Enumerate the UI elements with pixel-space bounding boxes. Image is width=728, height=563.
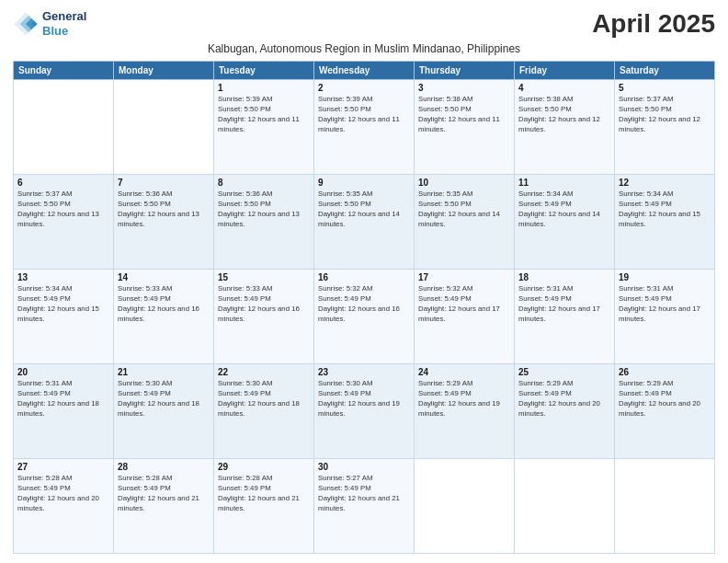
day-cell: 22Sunrise: 5:30 AM Sunset: 5:49 PM Dayli… xyxy=(214,364,314,459)
col-tuesday: Tuesday xyxy=(214,62,314,80)
day-number: 5 xyxy=(619,83,711,93)
day-number: 11 xyxy=(518,178,610,188)
day-info: Sunrise: 5:37 AM Sunset: 5:50 PM Dayligh… xyxy=(17,190,109,230)
day-number: 25 xyxy=(518,367,610,377)
day-info: Sunrise: 5:39 AM Sunset: 5:50 PM Dayligh… xyxy=(218,95,310,135)
day-number: 3 xyxy=(418,83,510,93)
day-info: Sunrise: 5:32 AM Sunset: 5:49 PM Dayligh… xyxy=(418,284,510,325)
day-cell: 24Sunrise: 5:29 AM Sunset: 5:49 PM Dayli… xyxy=(415,364,515,459)
day-cell: 7Sunrise: 5:36 AM Sunset: 5:50 PM Daylig… xyxy=(114,175,214,270)
day-cell: 16Sunrise: 5:32 AM Sunset: 5:49 PM Dayli… xyxy=(314,270,415,364)
day-info: Sunrise: 5:38 AM Sunset: 5:50 PM Dayligh… xyxy=(418,95,510,135)
day-info: Sunrise: 5:29 AM Sunset: 5:49 PM Dayligh… xyxy=(418,379,510,419)
day-number: 28 xyxy=(118,462,210,472)
week-row-2: 13Sunrise: 5:34 AM Sunset: 5:49 PM Dayli… xyxy=(14,270,715,364)
day-cell: 30Sunrise: 5:27 AM Sunset: 5:49 PM Dayli… xyxy=(314,459,415,554)
day-info: Sunrise: 5:37 AM Sunset: 5:50 PM Dayligh… xyxy=(619,95,711,135)
day-info: Sunrise: 5:39 AM Sunset: 5:50 PM Dayligh… xyxy=(318,95,410,135)
day-number: 16 xyxy=(318,272,410,282)
day-number: 19 xyxy=(619,272,711,282)
day-cell: 5Sunrise: 5:37 AM Sunset: 5:50 PM Daylig… xyxy=(615,80,715,175)
day-number: 4 xyxy=(518,83,610,93)
day-info: Sunrise: 5:34 AM Sunset: 5:49 PM Dayligh… xyxy=(17,284,109,325)
day-info: Sunrise: 5:36 AM Sunset: 5:50 PM Dayligh… xyxy=(118,190,210,230)
day-number: 9 xyxy=(318,178,410,188)
day-info: Sunrise: 5:28 AM Sunset: 5:49 PM Dayligh… xyxy=(218,474,310,514)
day-number: 30 xyxy=(318,462,410,472)
day-number: 13 xyxy=(17,272,109,282)
day-cell: 29Sunrise: 5:28 AM Sunset: 5:49 PM Dayli… xyxy=(214,459,314,554)
day-cell: 19Sunrise: 5:31 AM Sunset: 5:49 PM Dayli… xyxy=(615,270,715,364)
day-info: Sunrise: 5:29 AM Sunset: 5:49 PM Dayligh… xyxy=(518,379,610,419)
day-info: Sunrise: 5:35 AM Sunset: 5:50 PM Dayligh… xyxy=(318,190,410,230)
header-row: Sunday Monday Tuesday Wednesday Thursday… xyxy=(14,62,715,80)
header: General Blue April 2025 xyxy=(13,9,715,39)
day-info: Sunrise: 5:33 AM Sunset: 5:49 PM Dayligh… xyxy=(118,284,210,325)
day-number: 15 xyxy=(218,272,310,282)
day-cell xyxy=(14,80,114,175)
day-info: Sunrise: 5:29 AM Sunset: 5:49 PM Dayligh… xyxy=(619,379,711,419)
day-number: 8 xyxy=(218,178,310,188)
day-info: Sunrise: 5:35 AM Sunset: 5:50 PM Dayligh… xyxy=(418,190,510,230)
calendar-header: Sunday Monday Tuesday Wednesday Thursday… xyxy=(14,62,715,80)
day-cell: 25Sunrise: 5:29 AM Sunset: 5:49 PM Dayli… xyxy=(515,364,615,459)
day-info: Sunrise: 5:31 AM Sunset: 5:49 PM Dayligh… xyxy=(17,379,109,419)
col-thursday: Thursday xyxy=(415,62,515,80)
day-cell: 12Sunrise: 5:34 AM Sunset: 5:49 PM Dayli… xyxy=(615,175,715,270)
day-number: 18 xyxy=(518,272,610,282)
day-cell: 3Sunrise: 5:38 AM Sunset: 5:50 PM Daylig… xyxy=(415,80,515,175)
day-number: 2 xyxy=(318,83,410,93)
day-number: 23 xyxy=(318,367,410,377)
day-info: Sunrise: 5:31 AM Sunset: 5:49 PM Dayligh… xyxy=(518,284,610,325)
page: General Blue April 2025 Kalbugan, Autono… xyxy=(0,0,728,563)
main-title: April 2025 xyxy=(592,9,715,39)
col-monday: Monday xyxy=(114,62,214,80)
day-number: 6 xyxy=(17,178,109,188)
day-cell: 20Sunrise: 5:31 AM Sunset: 5:49 PM Dayli… xyxy=(14,364,114,459)
day-number: 26 xyxy=(619,367,711,377)
day-number: 21 xyxy=(118,367,210,377)
day-cell: 15Sunrise: 5:33 AM Sunset: 5:49 PM Dayli… xyxy=(214,270,314,364)
day-number: 12 xyxy=(619,178,711,188)
day-cell: 27Sunrise: 5:28 AM Sunset: 5:49 PM Dayli… xyxy=(14,459,114,554)
day-cell: 11Sunrise: 5:34 AM Sunset: 5:49 PM Dayli… xyxy=(515,175,615,270)
day-cell: 23Sunrise: 5:30 AM Sunset: 5:49 PM Dayli… xyxy=(314,364,415,459)
day-cell: 9Sunrise: 5:35 AM Sunset: 5:50 PM Daylig… xyxy=(314,175,415,270)
day-cell: 13Sunrise: 5:34 AM Sunset: 5:49 PM Dayli… xyxy=(14,270,114,364)
logo-icon xyxy=(13,11,39,37)
day-info: Sunrise: 5:38 AM Sunset: 5:50 PM Dayligh… xyxy=(518,95,610,135)
week-row-3: 20Sunrise: 5:31 AM Sunset: 5:49 PM Dayli… xyxy=(14,364,715,459)
day-cell: 18Sunrise: 5:31 AM Sunset: 5:49 PM Dayli… xyxy=(515,270,615,364)
day-info: Sunrise: 5:32 AM Sunset: 5:49 PM Dayligh… xyxy=(318,284,410,325)
day-cell: 17Sunrise: 5:32 AM Sunset: 5:49 PM Dayli… xyxy=(415,270,515,364)
day-cell: 8Sunrise: 5:36 AM Sunset: 5:50 PM Daylig… xyxy=(214,175,314,270)
day-info: Sunrise: 5:34 AM Sunset: 5:49 PM Dayligh… xyxy=(619,190,711,230)
day-cell: 10Sunrise: 5:35 AM Sunset: 5:50 PM Dayli… xyxy=(415,175,515,270)
col-sunday: Sunday xyxy=(14,62,114,80)
day-cell xyxy=(615,459,715,554)
week-row-1: 6Sunrise: 5:37 AM Sunset: 5:50 PM Daylig… xyxy=(14,175,715,270)
day-info: Sunrise: 5:30 AM Sunset: 5:49 PM Dayligh… xyxy=(318,379,410,419)
day-number: 29 xyxy=(218,462,310,472)
day-number: 22 xyxy=(218,367,310,377)
day-number: 20 xyxy=(17,367,109,377)
day-info: Sunrise: 5:27 AM Sunset: 5:49 PM Dayligh… xyxy=(318,474,410,514)
col-wednesday: Wednesday xyxy=(314,62,415,80)
day-number: 27 xyxy=(17,462,109,472)
day-number: 1 xyxy=(218,83,310,93)
day-cell: 2Sunrise: 5:39 AM Sunset: 5:50 PM Daylig… xyxy=(314,80,415,175)
logo: General Blue xyxy=(13,9,86,38)
day-number: 24 xyxy=(418,367,510,377)
week-row-4: 27Sunrise: 5:28 AM Sunset: 5:49 PM Dayli… xyxy=(14,459,715,554)
day-cell xyxy=(515,459,615,554)
day-info: Sunrise: 5:31 AM Sunset: 5:49 PM Dayligh… xyxy=(619,284,711,325)
day-cell xyxy=(114,80,214,175)
day-info: Sunrise: 5:33 AM Sunset: 5:49 PM Dayligh… xyxy=(218,284,310,325)
day-info: Sunrise: 5:30 AM Sunset: 5:49 PM Dayligh… xyxy=(218,379,310,419)
calendar-table: Sunday Monday Tuesday Wednesday Thursday… xyxy=(13,61,715,554)
day-number: 10 xyxy=(418,178,510,188)
day-number: 14 xyxy=(118,272,210,282)
day-cell xyxy=(415,459,515,554)
day-cell: 14Sunrise: 5:33 AM Sunset: 5:49 PM Dayli… xyxy=(114,270,214,364)
day-info: Sunrise: 5:30 AM Sunset: 5:49 PM Dayligh… xyxy=(118,379,210,419)
